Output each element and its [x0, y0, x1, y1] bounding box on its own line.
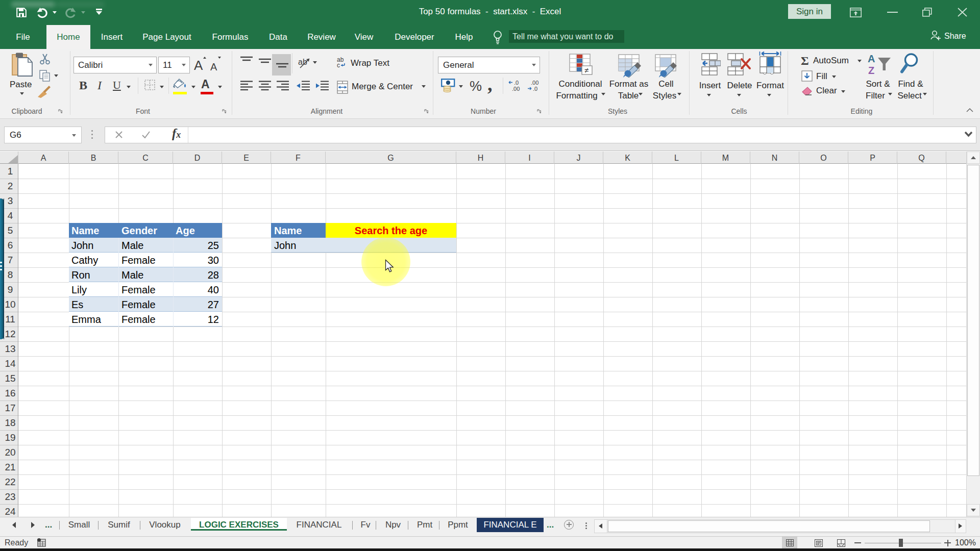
- svg-text:≠: ≠: [584, 66, 589, 74]
- svg-text:c: c: [337, 62, 340, 68]
- svg-text:.00: .00: [512, 86, 520, 92]
- svg-text:.00: .00: [531, 80, 538, 86]
- svg-text:.0: .0: [533, 86, 537, 92]
- svg-text:Z: Z: [868, 65, 874, 76]
- svg-text:.0: .0: [514, 80, 519, 86]
- svg-text:A: A: [868, 53, 875, 64]
